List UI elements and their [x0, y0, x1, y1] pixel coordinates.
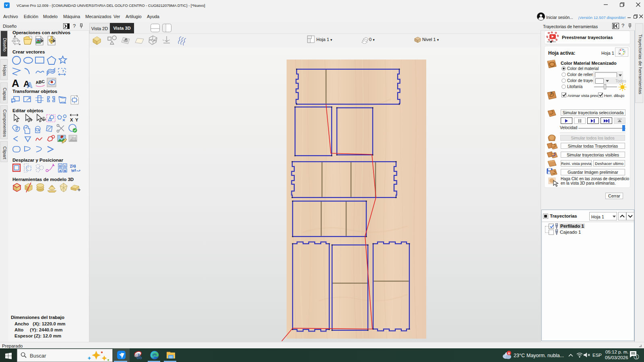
- svg-text:D: D: [59, 164, 62, 168]
- svg-text:ABC: ABC: [35, 79, 45, 85]
- svg-text:C: C: [64, 164, 66, 168]
- svg-text:1: 1: [636, 355, 638, 359]
- svg-text:A: A: [27, 81, 32, 88]
- svg-text:B: B: [64, 169, 66, 173]
- svg-text:A: A: [12, 77, 19, 88]
- svg-text:A: A: [59, 169, 62, 173]
- svg-text:łet: łet: [71, 168, 76, 173]
- svg-text:8: 8: [508, 352, 510, 355]
- svg-text:Y: Y: [75, 117, 78, 122]
- svg-text:?: ?: [62, 69, 64, 73]
- svg-text:X: X: [70, 117, 73, 122]
